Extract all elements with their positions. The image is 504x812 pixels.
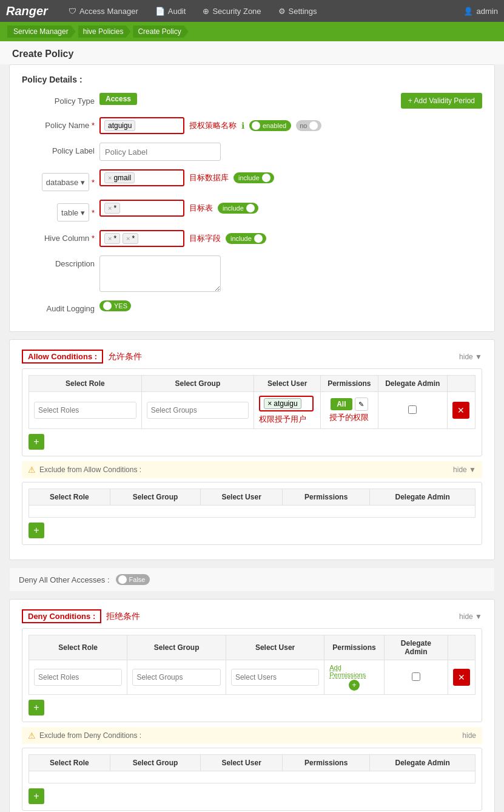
- allow-conditions-box: Select Role Select Group Select User Per…: [22, 368, 482, 456]
- breadcrumb-create-policy[interactable]: Create Policy: [133, 25, 188, 38]
- deny-delete-btn[interactable]: ✕: [453, 669, 470, 686]
- description-row: Description: [22, 255, 482, 292]
- exclude-allow-header: ⚠ Exclude from Allow Conditions : hide ▼: [22, 461, 482, 478]
- hive-column-include-toggle[interactable]: include: [226, 233, 266, 244]
- no-toggle-knob: [309, 121, 318, 130]
- allow-group-input[interactable]: [147, 402, 249, 419]
- allow-conditions-table: Select Role Select Group Select User Per…: [29, 375, 475, 429]
- deny-row-1: Add Permissions + ✕: [29, 660, 475, 695]
- allow-th-user: Select User: [254, 376, 321, 392]
- include-knob: [262, 174, 270, 182]
- policy-details-card: Policy Details : Policy Type Access + Ad…: [9, 64, 495, 332]
- policy-name-no-toggle[interactable]: no: [296, 120, 321, 131]
- policy-details-title: Policy Details :: [22, 75, 482, 84]
- deny-perm-add[interactable]: Add Permissions +: [329, 664, 378, 691]
- access-badge: Access: [99, 93, 137, 105]
- deny-perm-plus-btn[interactable]: +: [349, 680, 360, 691]
- deny-add-row-btn[interactable]: +: [29, 700, 44, 716]
- breadcrumb-bar: Service Manager hive Policies Create Pol…: [0, 22, 504, 41]
- deny-conditions-hide[interactable]: hide ▼: [459, 612, 482, 621]
- user-icon: 👤: [463, 7, 473, 16]
- allow-conditions-hide[interactable]: hide ▼: [459, 353, 482, 361]
- allow-user-tag-input[interactable]: × atguigu: [259, 396, 314, 411]
- gear-icon: ⚙: [278, 7, 286, 16]
- allow-th-perms: Permissions: [320, 376, 378, 392]
- database-tag-remove[interactable]: ×: [108, 174, 112, 181]
- table-include-toggle[interactable]: include: [218, 203, 258, 214]
- audit-logging-control: YES: [99, 300, 482, 311]
- allow-role-input[interactable]: [34, 402, 136, 419]
- deny-conditions-header: Deny Conditions : 拒绝条件 hide ▼: [22, 609, 482, 623]
- allow-delete-btn[interactable]: ✕: [452, 402, 469, 419]
- warning-icon-deny: ⚠: [28, 731, 36, 740]
- policy-name-row: Policy Name atguigu 授权策略名称 ℹ enabled no: [22, 117, 482, 134]
- nav-access-manager[interactable]: 🛡 Access Manager: [60, 0, 147, 22]
- deny-delegate-checkbox[interactable]: [412, 672, 420, 681]
- table-cn: 目标表: [189, 203, 213, 214]
- database-tag-input[interactable]: × gmail: [99, 169, 184, 186]
- policy-name-label: Policy Name: [22, 117, 95, 130]
- exclude-allow-empty-row: [29, 506, 475, 518]
- nav-security-zone[interactable]: ⊕ Security Zone: [194, 0, 269, 22]
- exclude-allow-hide[interactable]: hide ▼: [453, 465, 476, 474]
- deny-th-delegate: Delegate Admin: [384, 635, 448, 660]
- table-control: × * 目标表 include: [99, 200, 482, 217]
- deny-user-input[interactable]: [231, 669, 319, 686]
- hive-column-tag-input[interactable]: × * × *: [99, 230, 184, 247]
- policy-type-control: Access: [99, 93, 396, 105]
- ex-allow-th-role: Select Role: [29, 489, 110, 506]
- table-tag-remove[interactable]: ×: [108, 205, 112, 212]
- ex-deny-th-group: Select Group: [110, 755, 200, 771]
- database-label: database ▾: [22, 169, 95, 191]
- deny-th-user: Select User: [226, 635, 324, 660]
- add-validity-button[interactable]: + Add Validity Period: [401, 93, 482, 109]
- deny-th-perms: Permissions: [324, 635, 384, 660]
- exclude-deny-add-btn[interactable]: +: [29, 788, 44, 804]
- allow-conditions-title: Allow Conditions :: [22, 350, 103, 364]
- main-content: Policy Details : Policy Type Access + Ad…: [0, 64, 504, 812]
- exclude-deny-header: ⚠ Exclude from Deny Conditions : hide: [22, 727, 482, 744]
- brand-logo[interactable]: Ranger: [6, 4, 48, 18]
- description-control: [99, 255, 482, 292]
- allow-perm-all-btn[interactable]: All: [331, 398, 352, 410]
- ex-allow-th-delegate: Delegate Admin: [370, 489, 475, 506]
- policy-name-tag-input[interactable]: atguigu: [99, 117, 184, 134]
- nav-items: 🛡 Access Manager 📄 Audit ⊕ Security Zone…: [60, 0, 463, 22]
- table-tag-input[interactable]: × *: [99, 200, 184, 217]
- audit-logging-toggle[interactable]: YES: [99, 300, 131, 311]
- policy-name-enabled-toggle[interactable]: enabled: [249, 120, 291, 131]
- deny-all-toggle[interactable]: False: [116, 574, 150, 585]
- deny-conditions-box: Select Role Select Group Select User Per…: [22, 628, 482, 722]
- deny-all-knob: [118, 575, 127, 584]
- deny-th-role: Select Role: [29, 635, 127, 660]
- description-textarea[interactable]: [99, 255, 221, 292]
- hive-tag1-remove[interactable]: ×: [108, 235, 112, 242]
- deny-all-label: Deny All Other Accesses :: [19, 575, 110, 584]
- hive-tag2: × *: [123, 233, 138, 244]
- policy-name-control: atguigu 授权策略名称 ℹ enabled no: [99, 117, 482, 134]
- allow-user-tag-remove[interactable]: ×: [267, 399, 272, 408]
- hive-tag2-remove[interactable]: ×: [126, 235, 130, 242]
- policy-label-input[interactable]: [99, 143, 221, 161]
- database-control: × gmail 目标数据库 include: [99, 169, 482, 186]
- allow-perm-edit-btn[interactable]: ✎: [355, 398, 368, 411]
- exclude-deny-hide[interactable]: hide: [462, 731, 476, 740]
- nav-audit[interactable]: 📄 Audit: [147, 0, 195, 22]
- database-include-toggle[interactable]: include: [234, 172, 274, 183]
- exclude-deny-label: ⚠ Exclude from Deny Conditions :: [28, 731, 141, 740]
- exclude-allow-add-btn[interactable]: +: [29, 523, 44, 538]
- breadcrumb-hive-policies[interactable]: hive Policies: [78, 25, 131, 38]
- nav-settings[interactable]: ⚙ Settings: [270, 0, 326, 22]
- allow-delegate-checkbox[interactable]: [408, 405, 417, 414]
- top-nav: Ranger 🛡 Access Manager 📄 Audit ⊕ Securi…: [0, 0, 504, 22]
- table-select[interactable]: table ▾: [57, 203, 89, 222]
- warning-icon-allow: ⚠: [28, 465, 36, 475]
- deny-group-input[interactable]: [132, 669, 220, 686]
- exclude-deny-box: Select Role Select Group Select User Per…: [22, 748, 482, 811]
- allow-conditions-cn: 允许条件: [108, 351, 142, 362]
- allow-conditions-card: Allow Conditions : 允许条件 hide ▼ Select Ro…: [9, 339, 495, 560]
- database-select[interactable]: database ▾: [42, 173, 90, 191]
- allow-add-row-btn[interactable]: +: [29, 434, 44, 450]
- breadcrumb-service-manager[interactable]: Service Manager: [7, 25, 76, 38]
- deny-role-input[interactable]: [34, 669, 122, 686]
